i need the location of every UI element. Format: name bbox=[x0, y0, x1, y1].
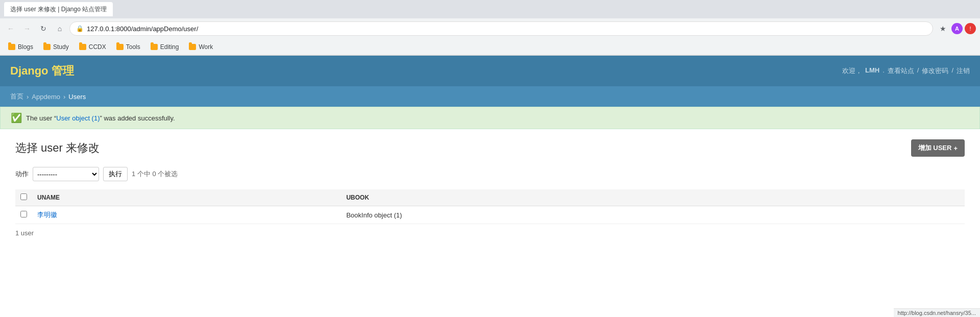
bookmarks-bar: Blogs Study CCDX Tools Editing Work bbox=[0, 39, 980, 55]
table-body: 李明徽 BookInfo object (1) bbox=[15, 206, 965, 224]
select-all-header bbox=[15, 189, 32, 206]
toolbar-right: ★ A ! bbox=[936, 22, 976, 35]
bookmark-work[interactable]: Work bbox=[185, 42, 217, 52]
add-btn-icon: + bbox=[953, 144, 958, 152]
execute-button[interactable]: 执行 bbox=[103, 167, 128, 181]
browser-chrome: 选择 user 来修改 | Django 站点管理 ← → ↻ ⌂ 🔒 127.… bbox=[0, 0, 980, 56]
bookmark-label: Blogs bbox=[18, 43, 33, 51]
bookmark-blogs[interactable]: Blogs bbox=[4, 42, 37, 52]
folder-icon bbox=[8, 44, 15, 50]
action-label: 动作 bbox=[15, 169, 29, 179]
breadcrumb-home[interactable]: 首页 bbox=[10, 92, 23, 101]
site-title: Django 管理 bbox=[10, 63, 74, 79]
user-name-text: 李明徽 bbox=[37, 211, 57, 218]
content-header: 选择 user 来修改 增加 USER + bbox=[15, 139, 965, 157]
select-all-checkbox[interactable] bbox=[20, 193, 27, 200]
folder-icon bbox=[79, 44, 86, 50]
col-ubook: UBOOK bbox=[341, 189, 965, 206]
success-message: ✅ The user “User object (1)” was added s… bbox=[0, 107, 980, 129]
breadcrumb-section[interactable]: Appdemo bbox=[32, 93, 60, 101]
lock-icon: 🔒 bbox=[76, 25, 84, 32]
record-count: 1 user bbox=[15, 224, 965, 242]
bookmark-label: Work bbox=[199, 43, 213, 51]
row-uname-cell: 李明徽 bbox=[32, 206, 341, 224]
nav-separator-3: / bbox=[951, 66, 953, 76]
bookmark-ccdx[interactable]: CCDX bbox=[75, 42, 110, 52]
add-user-button[interactable]: 增加 USER + bbox=[911, 139, 965, 157]
profile-letter: A bbox=[955, 26, 959, 32]
reload-button[interactable]: ↻ bbox=[37, 22, 50, 35]
success-link[interactable]: User object (1) bbox=[56, 114, 100, 122]
col-ubook-label: UBOOK bbox=[346, 194, 369, 201]
data-table: UNAME UBOOK 李明徽 BookInfo object (1) bbox=[15, 189, 965, 224]
page-title: 选择 user 来修改 bbox=[15, 140, 100, 156]
success-suffix: ” was added successfully. bbox=[100, 114, 175, 122]
bookmark-study[interactable]: Study bbox=[39, 42, 73, 52]
ext-letter: ! bbox=[969, 26, 971, 32]
header-nav: 欢迎， LMH . 查看站点 / 修改密码 / 注销 bbox=[842, 66, 970, 76]
extension-icon[interactable]: ! bbox=[965, 23, 976, 34]
bookmark-label: Tools bbox=[126, 43, 140, 51]
row-checkbox-cell bbox=[15, 206, 32, 224]
browser-tabs: 选择 user 来修改 | Django 站点管理 bbox=[0, 0, 980, 18]
breadcrumb-current: Users bbox=[68, 93, 86, 101]
folder-icon bbox=[151, 44, 158, 50]
breadcrumb-sep-2: › bbox=[63, 93, 65, 101]
action-select[interactable]: --------- bbox=[33, 167, 99, 181]
breadcrumb-sep-1: › bbox=[27, 93, 29, 101]
row-checkbox[interactable] bbox=[20, 211, 27, 217]
change-password-link[interactable]: 修改密码 bbox=[922, 66, 948, 76]
success-icon: ✅ bbox=[11, 112, 22, 124]
bookmark-label: Editing bbox=[160, 43, 179, 51]
folder-icon bbox=[43, 44, 51, 50]
tab-title: 选择 user 来修改 | Django 站点管理 bbox=[10, 5, 107, 14]
table-header-row: UNAME UBOOK bbox=[15, 189, 965, 206]
row-ubook-cell: BookInfo object (1) bbox=[341, 206, 965, 224]
breadcrumb-bar: 首页 › Appdemo › Users bbox=[0, 86, 980, 107]
ubook-value: BookInfo object (1) bbox=[346, 211, 402, 219]
back-button[interactable]: ← bbox=[4, 22, 17, 35]
filter-row: 动作 --------- 执行 1 个中 0 个被选 bbox=[15, 167, 965, 181]
nav-separator-2: / bbox=[917, 66, 919, 76]
username: LMH bbox=[865, 66, 879, 76]
welcome-label: 欢迎， bbox=[842, 66, 862, 76]
bookmark-label: Study bbox=[53, 43, 69, 51]
add-btn-label: 增加 USER bbox=[918, 143, 952, 153]
main-content: 选择 user 来修改 增加 USER + 动作 --------- 执行 1 … bbox=[0, 129, 980, 252]
col-uname: UNAME bbox=[32, 189, 341, 206]
bookmark-button[interactable]: ★ bbox=[936, 22, 949, 35]
success-prefix: The user “ bbox=[26, 114, 56, 122]
page-header: Django 管理 欢迎， LMH . 查看站点 / 修改密码 / 注销 bbox=[0, 56, 980, 86]
home-button[interactable]: ⌂ bbox=[53, 22, 66, 35]
table-row: 李明徽 BookInfo object (1) bbox=[15, 206, 965, 224]
folder-icon bbox=[116, 44, 124, 50]
bookmark-label: CCDX bbox=[89, 43, 106, 51]
logout-link[interactable]: 注销 bbox=[957, 66, 970, 76]
user-name-link[interactable]: 李明徽 bbox=[37, 211, 57, 218]
active-tab[interactable]: 选择 user 来修改 | Django 站点管理 bbox=[4, 2, 113, 16]
profile-icon[interactable]: A bbox=[951, 23, 963, 34]
view-site-link[interactable]: 查看站点 bbox=[888, 66, 914, 76]
forward-button[interactable]: → bbox=[20, 22, 34, 35]
bookmark-editing[interactable]: Editing bbox=[146, 42, 183, 52]
selection-info: 1 个中 0 个被选 bbox=[132, 169, 178, 179]
url-text: 127.0.0.1:8000/admin/appDemo/user/ bbox=[87, 25, 198, 33]
browser-toolbar: ← → ↻ ⌂ 🔒 127.0.0.1:8000/admin/appDemo/u… bbox=[0, 18, 980, 39]
nav-separator-1: . bbox=[883, 66, 885, 76]
success-text: The user “User object (1)” was added suc… bbox=[26, 114, 175, 122]
col-uname-label: UNAME bbox=[37, 194, 60, 201]
folder-icon bbox=[189, 44, 196, 50]
bookmark-tools[interactable]: Tools bbox=[112, 42, 144, 52]
address-bar[interactable]: 🔒 127.0.0.1:8000/admin/appDemo/user/ bbox=[69, 21, 933, 36]
